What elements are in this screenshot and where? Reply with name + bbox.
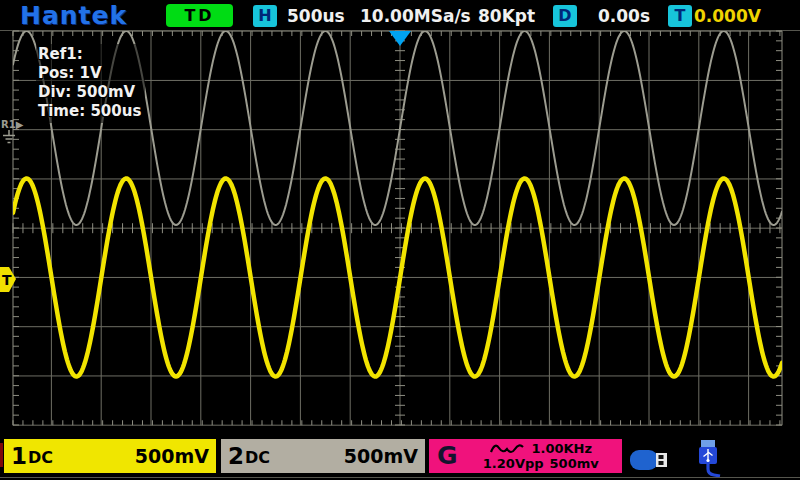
- sine-wave-icon: [489, 442, 525, 456]
- generator-vpp: 1.20Vpp: [483, 456, 544, 471]
- channel1-number: 1: [11, 439, 27, 473]
- generator-offset: 500mv: [550, 456, 599, 471]
- trigger-position-marker: [389, 31, 411, 46]
- channel1-scale: 500mV: [135, 445, 209, 467]
- ref1-position-marker: R1▶: [1, 119, 23, 145]
- channel1-coupling: DC: [28, 448, 53, 467]
- channel2-coupling: DC: [245, 448, 270, 467]
- generator-frequency: 1.00KHz: [531, 441, 592, 456]
- ref-info-line: Pos: 1V: [38, 64, 141, 83]
- right-arrow-icon: ▶: [16, 119, 24, 130]
- usb-cable-icon: [692, 440, 724, 480]
- bottom-separator: [0, 477, 800, 478]
- channel2-scale: 500mV: [344, 445, 418, 467]
- generator-badge[interactable]: G 1.00KHz 1.20Vpp 500mv: [429, 439, 622, 473]
- usb-drive-icon: [630, 447, 672, 473]
- trigger-level-letter: T: [2, 272, 12, 288]
- ref1-info-box: Ref1: Pos: 1V Div: 500mV Time: 500us: [36, 44, 145, 123]
- channel2-badge[interactable]: 2 DC 500mV: [221, 439, 425, 473]
- ref1-position-label: R1: [1, 119, 16, 130]
- ref-info-line: Time: 500us: [38, 102, 141, 121]
- left-edge-accent: [0, 443, 3, 467]
- ref-info-line: Div: 500mV: [38, 83, 141, 102]
- generator-label: G: [437, 439, 458, 473]
- channel1-badge[interactable]: 1 DC 500mV: [4, 439, 216, 473]
- ref-info-line: Ref1:: [38, 45, 141, 64]
- channel2-number: 2: [228, 439, 244, 473]
- generator-readouts: 1.00KHz 1.20Vpp 500mv: [464, 441, 618, 471]
- ground-icon: [1, 130, 17, 145]
- trigger-level-marker: T: [0, 267, 17, 292]
